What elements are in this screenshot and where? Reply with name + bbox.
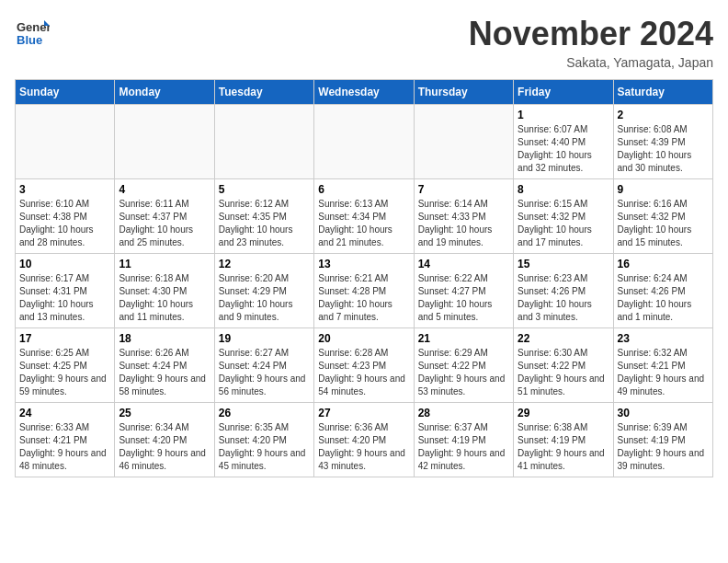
calendar-cell: 4Sunrise: 6:11 AM Sunset: 4:37 PM Daylig…	[115, 179, 214, 254]
calendar-week-row: 10Sunrise: 6:17 AM Sunset: 4:31 PM Dayli…	[16, 254, 713, 328]
header: General Blue November 2024 Sakata, Yamag…	[15, 15, 713, 70]
calendar-cell: 9Sunrise: 6:16 AM Sunset: 4:32 PM Daylig…	[613, 179, 712, 254]
calendar-header-row: SundayMondayTuesdayWednesdayThursdayFrid…	[16, 80, 713, 105]
day-number: 26	[219, 407, 310, 419]
calendar-cell: 5Sunrise: 6:12 AM Sunset: 4:35 PM Daylig…	[214, 179, 313, 254]
day-number: 15	[518, 258, 609, 270]
day-info: Sunrise: 6:29 AM Sunset: 4:22 PM Dayligh…	[418, 347, 509, 398]
day-number: 30	[618, 407, 709, 419]
day-info: Sunrise: 6:24 AM Sunset: 4:26 PM Dayligh…	[618, 272, 709, 324]
day-info: Sunrise: 6:27 AM Sunset: 4:24 PM Dayligh…	[219, 347, 310, 398]
day-info: Sunrise: 6:20 AM Sunset: 4:29 PM Dayligh…	[219, 272, 310, 324]
day-info: Sunrise: 6:28 AM Sunset: 4:23 PM Dayligh…	[318, 347, 409, 398]
calendar-cell: 17Sunrise: 6:25 AM Sunset: 4:25 PM Dayli…	[16, 328, 115, 403]
day-info: Sunrise: 6:14 AM Sunset: 4:33 PM Dayligh…	[418, 198, 509, 249]
calendar-cell: 8Sunrise: 6:15 AM Sunset: 4:32 PM Daylig…	[514, 179, 613, 254]
day-number: 6	[318, 183, 409, 196]
calendar-week-row: 1Sunrise: 6:07 AM Sunset: 4:40 PM Daylig…	[16, 105, 713, 179]
location: Sakata, Yamagata, Japan	[469, 55, 713, 70]
day-number: 28	[418, 407, 509, 419]
day-number: 21	[418, 332, 509, 345]
day-number: 23	[618, 332, 709, 345]
day-info: Sunrise: 6:38 AM Sunset: 4:19 PM Dayligh…	[518, 421, 609, 473]
day-info: Sunrise: 6:13 AM Sunset: 4:34 PM Dayligh…	[318, 198, 409, 249]
calendar-cell: 12Sunrise: 6:20 AM Sunset: 4:29 PM Dayli…	[214, 254, 313, 328]
day-info: Sunrise: 6:22 AM Sunset: 4:27 PM Dayligh…	[418, 272, 509, 324]
day-info: Sunrise: 6:18 AM Sunset: 4:30 PM Dayligh…	[119, 272, 210, 324]
day-info: Sunrise: 6:34 AM Sunset: 4:20 PM Dayligh…	[119, 421, 210, 473]
day-number: 3	[19, 183, 110, 196]
day-number: 8	[518, 183, 609, 196]
day-info: Sunrise: 6:16 AM Sunset: 4:32 PM Dayligh…	[618, 198, 709, 249]
calendar-cell	[214, 105, 313, 179]
day-info: Sunrise: 6:39 AM Sunset: 4:19 PM Dayligh…	[618, 421, 709, 473]
day-info: Sunrise: 6:17 AM Sunset: 4:31 PM Dayligh…	[19, 272, 110, 324]
day-number: 17	[19, 332, 110, 345]
day-number: 2	[618, 109, 709, 121]
day-info: Sunrise: 6:26 AM Sunset: 4:24 PM Dayligh…	[119, 347, 210, 398]
day-number: 29	[518, 407, 609, 419]
day-number: 18	[119, 332, 210, 345]
day-number: 14	[418, 258, 509, 270]
calendar-cell: 26Sunrise: 6:35 AM Sunset: 4:20 PM Dayli…	[214, 403, 313, 477]
day-info: Sunrise: 6:30 AM Sunset: 4:22 PM Dayligh…	[518, 347, 609, 398]
calendar-week-row: 3Sunrise: 6:10 AM Sunset: 4:38 PM Daylig…	[16, 179, 713, 254]
day-info: Sunrise: 6:23 AM Sunset: 4:26 PM Dayligh…	[518, 272, 609, 324]
day-number: 20	[318, 332, 409, 345]
weekday-header: Monday	[115, 80, 214, 105]
calendar-cell: 18Sunrise: 6:26 AM Sunset: 4:24 PM Dayli…	[115, 328, 214, 403]
calendar-cell	[16, 105, 115, 179]
weekday-header: Sunday	[16, 80, 115, 105]
month-title: November 2024	[469, 15, 713, 53]
calendar-cell: 20Sunrise: 6:28 AM Sunset: 4:23 PM Dayli…	[314, 328, 414, 403]
logo-icon: General Blue	[15, 15, 50, 50]
day-number: 11	[119, 258, 210, 270]
day-info: Sunrise: 6:25 AM Sunset: 4:25 PM Dayligh…	[19, 347, 110, 398]
calendar-cell: 3Sunrise: 6:10 AM Sunset: 4:38 PM Daylig…	[16, 179, 115, 254]
title-area: November 2024 Sakata, Yamagata, Japan	[469, 15, 713, 70]
calendar-cell: 23Sunrise: 6:32 AM Sunset: 4:21 PM Dayli…	[613, 328, 712, 403]
calendar-cell: 25Sunrise: 6:34 AM Sunset: 4:20 PM Dayli…	[115, 403, 214, 477]
calendar-cell: 24Sunrise: 6:33 AM Sunset: 4:21 PM Dayli…	[16, 403, 115, 477]
calendar-cell: 21Sunrise: 6:29 AM Sunset: 4:22 PM Dayli…	[414, 328, 513, 403]
calendar-cell: 28Sunrise: 6:37 AM Sunset: 4:19 PM Dayli…	[414, 403, 513, 477]
day-info: Sunrise: 6:11 AM Sunset: 4:37 PM Dayligh…	[119, 198, 210, 249]
svg-text:Blue: Blue	[17, 33, 42, 47]
calendar-cell	[115, 105, 214, 179]
day-info: Sunrise: 6:21 AM Sunset: 4:28 PM Dayligh…	[318, 272, 409, 324]
calendar-cell: 2Sunrise: 6:08 AM Sunset: 4:39 PM Daylig…	[613, 105, 712, 179]
calendar-cell	[314, 105, 414, 179]
calendar-cell: 30Sunrise: 6:39 AM Sunset: 4:19 PM Dayli…	[613, 403, 712, 477]
day-number: 25	[119, 407, 210, 419]
calendar-cell: 29Sunrise: 6:38 AM Sunset: 4:19 PM Dayli…	[514, 403, 613, 477]
day-info: Sunrise: 6:12 AM Sunset: 4:35 PM Dayligh…	[219, 198, 310, 249]
calendar-cell	[414, 105, 513, 179]
weekday-header: Friday	[514, 80, 613, 105]
day-info: Sunrise: 6:08 AM Sunset: 4:39 PM Dayligh…	[618, 123, 709, 175]
day-info: Sunrise: 6:15 AM Sunset: 4:32 PM Dayligh…	[518, 198, 609, 249]
day-number: 10	[19, 258, 110, 270]
day-number: 4	[119, 183, 210, 196]
day-info: Sunrise: 6:37 AM Sunset: 4:19 PM Dayligh…	[418, 421, 509, 473]
day-info: Sunrise: 6:35 AM Sunset: 4:20 PM Dayligh…	[219, 421, 310, 473]
day-info: Sunrise: 6:36 AM Sunset: 4:20 PM Dayligh…	[318, 421, 409, 473]
calendar-cell: 6Sunrise: 6:13 AM Sunset: 4:34 PM Daylig…	[314, 179, 414, 254]
weekday-header: Wednesday	[314, 80, 414, 105]
weekday-header: Tuesday	[214, 80, 313, 105]
calendar-cell: 22Sunrise: 6:30 AM Sunset: 4:22 PM Dayli…	[514, 328, 613, 403]
calendar-week-row: 24Sunrise: 6:33 AM Sunset: 4:21 PM Dayli…	[16, 403, 713, 477]
calendar: SundayMondayTuesdayWednesdayThursdayFrid…	[15, 79, 713, 477]
day-info: Sunrise: 6:07 AM Sunset: 4:40 PM Dayligh…	[518, 123, 609, 175]
day-number: 24	[19, 407, 110, 419]
calendar-body: 1Sunrise: 6:07 AM Sunset: 4:40 PM Daylig…	[16, 105, 713, 477]
calendar-cell: 19Sunrise: 6:27 AM Sunset: 4:24 PM Dayli…	[214, 328, 313, 403]
calendar-week-row: 17Sunrise: 6:25 AM Sunset: 4:25 PM Dayli…	[16, 328, 713, 403]
day-info: Sunrise: 6:33 AM Sunset: 4:21 PM Dayligh…	[19, 421, 110, 473]
calendar-cell: 13Sunrise: 6:21 AM Sunset: 4:28 PM Dayli…	[314, 254, 414, 328]
calendar-cell: 10Sunrise: 6:17 AM Sunset: 4:31 PM Dayli…	[16, 254, 115, 328]
calendar-cell: 1Sunrise: 6:07 AM Sunset: 4:40 PM Daylig…	[514, 105, 613, 179]
calendar-cell: 15Sunrise: 6:23 AM Sunset: 4:26 PM Dayli…	[514, 254, 613, 328]
day-number: 13	[318, 258, 409, 270]
weekday-header: Thursday	[414, 80, 513, 105]
day-info: Sunrise: 6:10 AM Sunset: 4:38 PM Dayligh…	[19, 198, 110, 249]
